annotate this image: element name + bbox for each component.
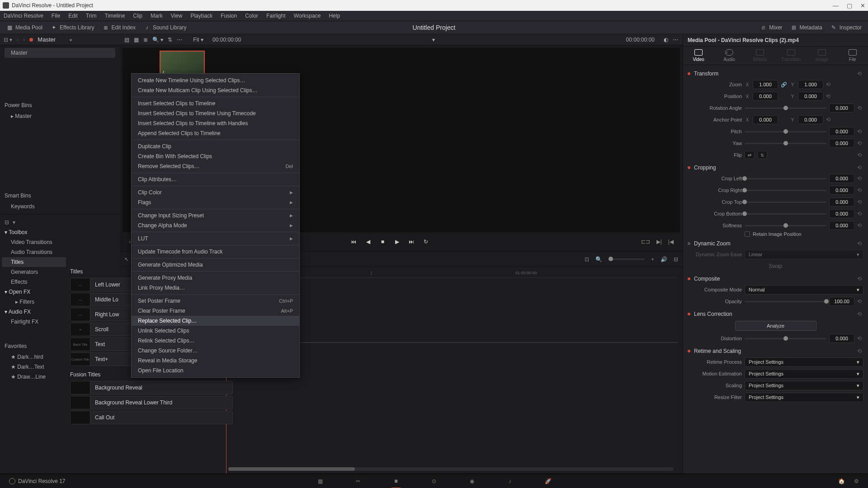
page-edit[interactable]: ≡ — [391, 477, 401, 486]
eff-generators[interactable]: Generators — [2, 267, 66, 277]
fusion-titles-category[interactable]: Fusion Titles — [70, 371, 100, 378]
openfx-header[interactable]: ▾ Open FX — [2, 287, 66, 297]
favorites-header[interactable]: Favorites — [2, 340, 66, 352]
reset-icon[interactable]: ⟲ — [857, 140, 863, 146]
reset-icon[interactable]: ⟲ — [857, 70, 863, 77]
page-media[interactable]: ▦ — [315, 477, 326, 486]
context-menu-item[interactable]: Generate Proxy Media — [132, 273, 299, 283]
composite-header[interactable]: Composite⟲ — [688, 274, 863, 284]
inspector-toggle[interactable]: ✎Inspector — [830, 24, 862, 31]
smart-bin-keywords[interactable]: Keywords — [5, 202, 115, 211]
page-fusion[interactable]: ⊙ — [429, 477, 439, 486]
tl-zoom-in-icon[interactable]: + — [651, 256, 654, 263]
reset-icon[interactable]: ⟲ — [857, 105, 863, 111]
bypass-icon[interactable]: ◐ — [664, 37, 668, 43]
yaw-slider[interactable] — [745, 143, 826, 144]
edit-index-toggle[interactable]: ≣Edit Index — [103, 24, 136, 31]
rotation-slider[interactable] — [745, 108, 826, 109]
menu-view[interactable]: View — [171, 13, 183, 19]
minimize-button[interactable]: — — [833, 2, 839, 9]
menu-help[interactable]: Help — [329, 13, 340, 19]
flip-v-button[interactable]: ⇅ — [757, 151, 767, 159]
reset-icon[interactable]: ⟲ — [857, 222, 863, 229]
context-menu-item[interactable]: Clip Attributes… — [132, 174, 299, 184]
inspector-tab-video[interactable]: Video — [686, 49, 711, 62]
media-pool-toggle[interactable]: ▦Media Pool — [6, 24, 42, 31]
power-bin-master[interactable]: ▸ Master — [5, 111, 115, 121]
page-color[interactable]: ◉ — [467, 477, 477, 486]
reset-icon[interactable]: ⟲ — [857, 164, 863, 171]
tl-select-tool[interactable]: ↖ — [124, 256, 129, 263]
context-menu-item[interactable]: Append Selected Clips to Timeline — [132, 128, 299, 138]
pitch-slider[interactable] — [745, 131, 826, 132]
mixer-toggle[interactable]: ⎚Mixer — [760, 24, 782, 31]
reset-icon[interactable]: ⟲ — [857, 211, 863, 217]
context-menu-item[interactable]: Insert Selected Clips to Timeline — [132, 99, 299, 108]
motion-est-dropdown[interactable]: Project Settings▾ — [745, 369, 863, 379]
nav-fwd-icon[interactable]: › — [23, 37, 25, 43]
crop-right-slider[interactable] — [745, 190, 826, 191]
context-menu-item[interactable]: Clear Poster FrameAlt+P — [132, 306, 299, 316]
smart-bins-header[interactable]: Smart Bins — [5, 190, 115, 202]
reset-icon[interactable]: ⟲ — [857, 276, 863, 282]
view-thumb-icon[interactable]: ▦ — [134, 37, 139, 43]
distortion-slider[interactable] — [745, 338, 826, 339]
tl-zoom-fit-icon[interactable]: ⊡ — [585, 256, 589, 263]
panel-options-icon[interactable]: ⊟ ▾ — [4, 37, 12, 43]
analyze-button[interactable]: Analyze — [735, 321, 816, 331]
context-menu-item[interactable]: Duplicate Clip — [132, 141, 299, 151]
reset-icon[interactable]: ⟲ — [857, 152, 863, 158]
fav-item[interactable]: ★ Dark…Text — [2, 362, 66, 372]
crop-left-input[interactable]: 0.000 — [829, 174, 854, 183]
menu-mark[interactable]: Mark — [151, 13, 163, 19]
reset-icon[interactable]: ⟲ — [857, 128, 863, 135]
menu-davinci[interactable]: DaVinci Resolve — [4, 13, 43, 19]
opacity-slider[interactable] — [745, 301, 826, 302]
sound-library-toggle[interactable]: ♪Sound Library — [144, 24, 187, 31]
fusion-title-item[interactable]: Background Reveal — [70, 381, 233, 394]
crop-bottom-slider[interactable] — [745, 213, 826, 215]
reset-icon[interactable]: ⟲ — [857, 187, 863, 193]
zoom-fit[interactable]: Fit ▾ — [193, 37, 203, 43]
fusion-title-item[interactable]: Background Reveal Lower Third — [70, 396, 233, 409]
sort-icon[interactable]: ⇅ — [168, 37, 172, 43]
anchor-y-input[interactable]: 0.000 — [798, 115, 823, 124]
context-menu-item[interactable]: Create Bin With Selected Clips — [132, 151, 299, 161]
view-list-icon[interactable]: ≣ — [143, 37, 148, 43]
anchor-x-input[interactable]: 0.000 — [753, 115, 778, 124]
reset-icon[interactable]: ⟲ — [857, 298, 863, 305]
bin-master[interactable]: Master — [5, 48, 115, 58]
link-icon[interactable]: 🔗 — [781, 82, 787, 88]
fusion-title-item[interactable]: Call Out — [70, 411, 233, 424]
reset-icon[interactable]: ⟲ — [857, 311, 863, 317]
eff-video-transitions[interactable]: Video Transitions — [2, 237, 66, 247]
reset-icon[interactable]: ⟲ — [857, 335, 863, 342]
fav-item[interactable]: ★ Draw…Line — [2, 372, 66, 382]
crop-bottom-input[interactable]: 0.000 — [829, 209, 854, 218]
fav-item[interactable]: ★ Dark…hird — [2, 352, 66, 362]
context-menu-item[interactable]: Change Alpha Mode▶ — [132, 221, 299, 230]
context-menu-item[interactable]: Set Poster FrameCtrl+P — [132, 296, 299, 306]
cropping-header[interactable]: Cropping⟲ — [688, 163, 863, 173]
menu-trim[interactable]: Trim — [86, 13, 97, 19]
search-icon[interactable]: 🔍 ▾ — [152, 37, 163, 43]
softness-slider[interactable] — [745, 225, 826, 226]
eff-titles[interactable]: Titles — [2, 257, 66, 267]
timeline-scrollbar[interactable] — [228, 467, 674, 471]
maximize-button[interactable]: ▢ — [847, 2, 852, 9]
menu-color[interactable]: Color — [245, 13, 258, 19]
context-menu-item[interactable]: Create New Timeline Using Selected Clips… — [132, 75, 299, 85]
pos-y-input[interactable]: 0.000 — [798, 92, 823, 101]
last-frame-button[interactable]: ⏭ — [407, 238, 415, 246]
context-menu-item[interactable]: Relink Selected Clips… — [132, 336, 299, 346]
close-button[interactable]: ✕ — [860, 2, 865, 9]
eff-filters[interactable]: ▸ Filters — [2, 297, 66, 307]
resize-filter-dropdown[interactable]: Project Settings▾ — [745, 393, 863, 402]
context-menu-item[interactable]: Generate Optimized Media — [132, 260, 299, 270]
home-icon[interactable]: 🏠 — [838, 478, 845, 484]
eff-panel-drop-icon[interactable]: ▾ — [13, 219, 15, 225]
page-cut[interactable]: ✂ — [353, 477, 363, 486]
replace-icon[interactable]: |◀ — [668, 239, 674, 245]
pitch-input[interactable]: 0.000 — [829, 127, 854, 136]
context-menu-item[interactable]: Insert Selected Clips to Timeline Using … — [132, 108, 299, 118]
